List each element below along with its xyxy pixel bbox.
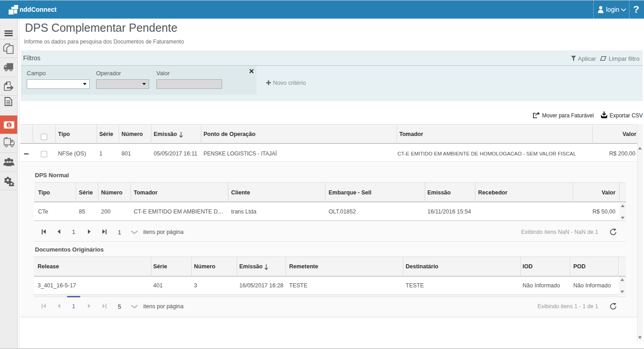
svg-text:1: 1 <box>8 122 10 127</box>
